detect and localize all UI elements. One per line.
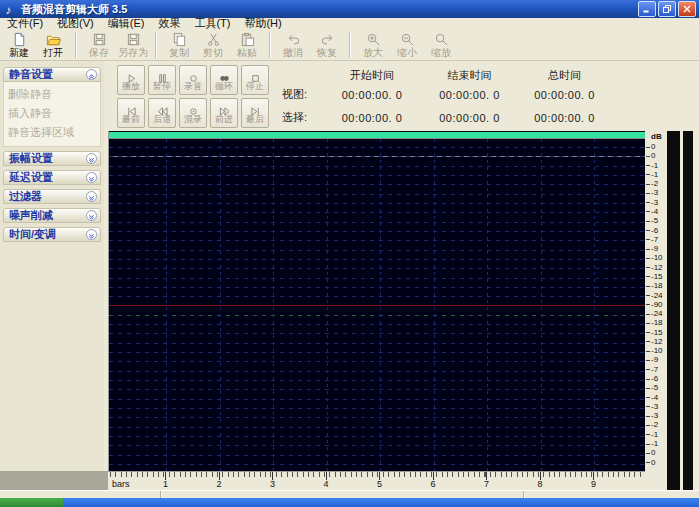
toolbar-separator <box>75 32 77 58</box>
time-panel: 开始时间 结束时间 总时间 视图: 00:00:00. 0 00:00:00. … <box>282 67 612 129</box>
db-scale: dB 00-1-1-2-3-3-4-5-6-7-9-10-12-15-18-24… <box>645 131 667 471</box>
sidebar-panel-header-filter[interactable]: 过滤器 <box>3 189 101 204</box>
restore-button[interactable] <box>658 1 676 17</box>
toolbar-button-zoom-in[interactable]: 放大 <box>356 29 390 61</box>
waveform-grid-vline <box>220 139 221 471</box>
db-scale-row: -3 <box>646 403 667 411</box>
transport-button-loop[interactable]: 循环 <box>210 65 238 95</box>
db-label: -15 <box>651 273 663 281</box>
db-scale-row: -9 <box>646 245 667 253</box>
toolbar-button-open[interactable]: 打开 <box>36 29 70 61</box>
db-scale-row: -12 <box>646 264 667 272</box>
chevron-toggle[interactable] <box>86 172 97 183</box>
transport-button-forward[interactable]: 前进 <box>210 98 238 128</box>
sidebar-item[interactable]: 插入静音 <box>4 104 100 123</box>
db-label: -90 <box>651 301 663 309</box>
sidebar-panel-noise-reduction: 噪声削减 <box>3 208 101 223</box>
toolbar-button-paste[interactable]: 粘贴 <box>230 29 264 61</box>
waveform-display[interactable] <box>108 131 645 471</box>
transport-button-skip-start[interactable]: 最前 <box>117 98 145 128</box>
sidebar-item[interactable]: 删除静音 <box>4 85 100 104</box>
sidebar-panel-header-noise-reduction[interactable]: 噪声削减 <box>3 208 101 223</box>
transport-button-label: 最后 <box>246 114 264 124</box>
db-scale-row: 0 <box>646 449 667 457</box>
transport-button-label: 前进 <box>215 114 233 124</box>
transport-row: 最前后退混录前进最后 <box>117 98 269 128</box>
close-button[interactable] <box>678 1 696 17</box>
db-tick-mark <box>646 267 650 268</box>
sidebar-panel-header-mute-settings[interactable]: 静音设置 <box>3 67 101 82</box>
transport-button-play[interactable]: 播放 <box>117 65 145 95</box>
chevron-toggle[interactable] <box>86 153 97 164</box>
view-row-label: 视图: <box>282 87 322 102</box>
db-label: -4 <box>651 394 658 402</box>
transport-button-record[interactable]: 录音 <box>179 65 207 95</box>
db-tick-mark <box>646 425 650 426</box>
sidebar-panel-time-pitch: 时间/变调 <box>3 227 101 242</box>
mix-record-icon <box>188 103 199 114</box>
selection-bar[interactable] <box>109 132 645 139</box>
sidebar-panel-amplitude-settings: 振幅设置 <box>3 151 101 166</box>
db-label: -3 <box>651 403 658 411</box>
db-tick-mark <box>646 453 650 454</box>
sidebar-panel-title: 时间/变调 <box>9 227 56 242</box>
db-scale-row: 0 <box>646 143 667 151</box>
toolbar-button-label: 缩小 <box>397 47 417 58</box>
toolbar-button-zoom[interactable]: 缩放 <box>424 29 458 61</box>
app-window: ♪ 音频混音剪辑大师 3.5 文件(F)视图(V)编辑(E)效果工具(T)帮助(… <box>0 0 699 507</box>
db-scale-row: -2 <box>646 180 667 188</box>
waveform-grid-vline <box>594 139 595 471</box>
taskbar[interactable] <box>0 498 699 507</box>
db-scale-row: -7 <box>646 236 667 244</box>
toolbar-button-save[interactable]: 保存 <box>82 29 116 61</box>
transport-button-rewind[interactable]: 后退 <box>148 98 176 128</box>
waveform-grid-line <box>109 240 645 241</box>
transport-button-stop[interactable]: 停止 <box>241 65 269 95</box>
transport-button-pause[interactable]: 暂停 <box>148 65 176 95</box>
chevron-toggle[interactable] <box>86 210 97 221</box>
status-bar-separator <box>523 491 525 498</box>
sidebar-panel-header-time-pitch[interactable]: 时间/变调 <box>3 227 101 242</box>
db-scale-row: -7 <box>646 366 667 374</box>
toolbar-separator <box>349 32 351 58</box>
db-tick-mark <box>646 286 650 287</box>
db-scale-row: -1 <box>646 431 667 439</box>
toolbar-button-zoom-out[interactable]: 缩小 <box>390 29 424 61</box>
sidebar-item[interactable]: 静音选择区域 <box>4 123 100 142</box>
waveform-grid-line <box>109 352 645 353</box>
toolbar-button-cut[interactable]: 剪切 <box>196 29 230 61</box>
toolbar-button-undo[interactable]: 撤消 <box>276 29 310 61</box>
db-scale-row: -90 <box>646 301 667 309</box>
db-scale-row: -24 <box>646 292 667 300</box>
toolbar-button-copy[interactable]: 复制 <box>162 29 196 61</box>
ruler-number: 3 <box>270 479 275 489</box>
toolbar-button-save-as[interactable]: 另存为 <box>116 29 150 61</box>
transport-button-label: 混录 <box>184 114 202 124</box>
selection-row-label: 选择: <box>282 110 322 125</box>
open-folder-icon <box>46 32 61 47</box>
toolbar-button-new[interactable]: 新建 <box>2 29 36 61</box>
db-tick-mark <box>646 249 650 250</box>
db-scale-row: -6 <box>646 375 667 383</box>
transport-button-skip-end[interactable]: 最后 <box>241 98 269 128</box>
start-button[interactable] <box>0 498 63 507</box>
transport-button-label: 循环 <box>215 81 233 91</box>
db-scale-row: -18 <box>646 319 667 327</box>
db-scale-row: -10 <box>646 347 667 355</box>
chevron-toggle[interactable] <box>86 229 97 240</box>
waveform-grid-line <box>109 324 645 325</box>
toolbar-button-redo[interactable]: 恢复 <box>310 29 344 61</box>
new-file-icon <box>12 32 27 47</box>
sidebar-panel-title: 延迟设置 <box>9 170 53 185</box>
sidebar-panel-header-amplitude-settings[interactable]: 振幅设置 <box>3 151 101 166</box>
chevron-toggle[interactable] <box>86 191 97 202</box>
waveform-grid-line <box>109 278 645 279</box>
minimize-button[interactable] <box>638 1 656 17</box>
sidebar-panel-header-delay-settings[interactable]: 延迟设置 <box>3 170 101 185</box>
waveform-grid-line <box>109 436 645 437</box>
transport-button-mix-record[interactable]: 混录 <box>179 98 207 128</box>
time-ruler[interactable]: bars 123456789 <box>108 471 645 490</box>
db-tick-mark <box>646 230 650 231</box>
db-label: -2 <box>651 180 658 188</box>
chevron-toggle[interactable] <box>86 69 97 80</box>
